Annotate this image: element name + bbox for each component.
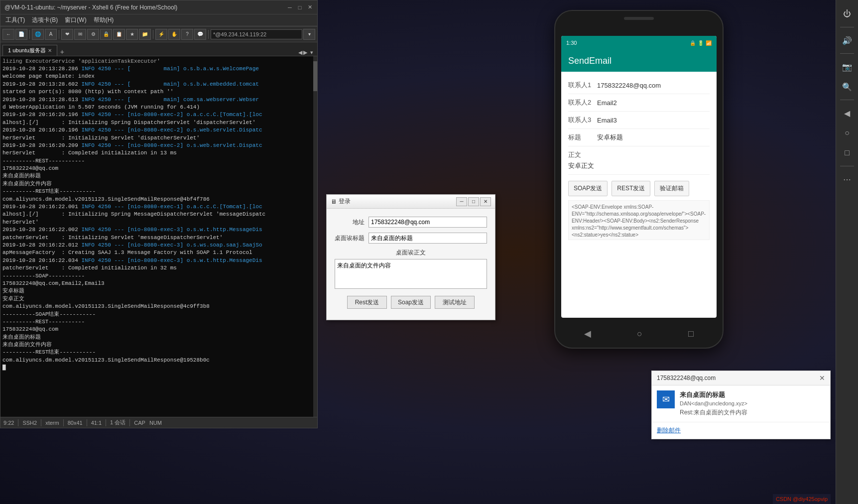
android-phone-body: 1:30 🔒 🔋 📶 SendEmail 联系人1 1758322248@qq.… [554, 10, 724, 349]
toolbar-btn-8[interactable]: 🔒 [100, 29, 112, 40]
sidebar-search-icon[interactable]: 🔍 [838, 78, 856, 96]
phone-nav-home[interactable]: ○ [637, 329, 642, 339]
dialog-close-btn[interactable]: ✕ [480, 197, 491, 206]
terminal-scrollbar-thumb[interactable] [313, 61, 317, 91]
dialog-rest-btn[interactable]: Rest发送 [347, 296, 387, 309]
status-num: NUM [149, 420, 162, 426]
tab-add-button[interactable]: + [58, 48, 66, 56]
toolbar-btn-dropdown[interactable]: ▾ [303, 29, 315, 40]
terminal-line-rest-start: ----------REST----------- [2, 157, 315, 165]
sidebar-more-icon[interactable]: ⋯ [838, 170, 856, 188]
terminal-scrollbar[interactable] [313, 56, 317, 417]
android-phone-screen: 1:30 🔒 🔋 📶 SendEmail 联系人1 1758322248@qq.… [561, 36, 717, 318]
phone-contact2-value: Email2 [597, 99, 710, 107]
toolbar-sep-2 [59, 30, 59, 39]
dialog-content-textarea[interactable]: 来自桌面的文件内容 [335, 259, 487, 289]
toolbar-btn-3[interactable]: 🌐 [32, 29, 44, 40]
terminal-line-9: 2019-10-28 20:16:20.196 INFO 4250 --- [n… [2, 126, 315, 134]
toolbar-btn-1[interactable]: ← [2, 29, 14, 40]
dialog-soap-btn[interactable]: Soap发送 [391, 296, 431, 309]
phone-verify-btn[interactable]: 验证邮箱 [654, 181, 689, 196]
phone-soap-btn[interactable]: SOAP发送 [568, 181, 608, 196]
phone-nav-recent[interactable]: □ [688, 329, 694, 339]
status-sessions: 1 会话 [110, 419, 125, 426]
sidebar-back-icon[interactable]: ◀ [838, 104, 856, 122]
toolbar-btn-13[interactable]: ✋ [168, 29, 180, 40]
menu-window[interactable]: 窗口(W) [62, 15, 89, 25]
dialog-address-row: 地址 [335, 217, 487, 228]
notif-close-btn[interactable]: ✕ [819, 374, 825, 382]
toolbar-btn-2[interactable]: 📄 [15, 29, 27, 40]
tab-nav-right[interactable]: ▶ [303, 49, 307, 56]
sidebar-power-icon[interactable]: ⏻ [838, 5, 856, 23]
toolbar-btn-9[interactable]: 📋 [113, 29, 125, 40]
phone-nav-back[interactable]: ◀ [584, 328, 591, 339]
xshell-statusbar: 9:22 SSH2 xterm 80x41 41:1 1 会话 CAP NUM [0, 417, 317, 428]
terminal-area[interactable]: lizing ExecutorService 'applicationTaskE… [0, 56, 317, 417]
dialog-test-btn[interactable]: 测试地址 [435, 296, 475, 309]
menu-tools[interactable]: 工具(T) [2, 15, 28, 25]
xshell-tab-active[interactable]: 1 ubuntu服务器 ✕ [2, 45, 57, 56]
email-notification: 1758322248@qq.com ✕ ✉ 来自桌面的标题 DAN<dan@un… [651, 371, 831, 439]
phone-body-value: 安卓正文 [568, 160, 710, 175]
dialog-controls[interactable]: ─ □ ✕ [456, 197, 491, 206]
tab-nav-left[interactable]: ◀ [298, 49, 302, 56]
xshell-menubar: 工具(T) 选项卡(B) 窗口(W) 帮助(H) [0, 14, 317, 26]
login-dialog: 🖥 登录 ─ □ ✕ 地址 桌面诶标题 桌面诶正文 来自桌面的文件内容 Rest… [326, 194, 495, 320]
terminal-line-20: 2019-10-28 20:16:22.034 INFO 4250 --- [n… [2, 257, 315, 264]
terminal-line-rest-start2: ----------REST----------- [2, 318, 315, 326]
toolbar-btn-14[interactable]: ? [181, 29, 193, 40]
minimize-icon[interactable]: ─ [286, 4, 293, 11]
toolbar-btn-12[interactable]: ⚡ [155, 29, 167, 40]
maximize-icon[interactable]: □ [296, 4, 303, 11]
close-icon[interactable]: ✕ [306, 4, 313, 11]
sidebar-home-icon[interactable]: ○ [838, 124, 856, 142]
phone-contact2-label: 联系人2 [568, 98, 593, 107]
status-caps: CAP [134, 420, 145, 426]
terminal-line-4: started on port(s): 8080 (http) with con… [2, 88, 315, 96]
toolbar-btn-5[interactable]: ❤ [61, 29, 73, 40]
dialog-subject-input[interactable] [368, 233, 487, 244]
terminal-line-content2: 来自桌面的文件内容 [2, 341, 315, 349]
menu-tabs[interactable]: 选项卡(B) [29, 15, 61, 25]
toolbar-sep-1 [29, 30, 30, 39]
dialog-maximize-btn[interactable]: □ [468, 197, 479, 206]
phone-app-header: SendEmail [561, 50, 717, 72]
toolbar-btn-10[interactable]: ★ [126, 29, 138, 40]
sidebar-camera-icon[interactable]: 📷 [838, 58, 856, 76]
status-sep-6 [129, 419, 130, 426]
phone-rest-btn[interactable]: REST发送 [612, 181, 650, 196]
toolbar-btn-11[interactable]: 📁 [139, 29, 151, 40]
xshell-titlebar: @VM-0-11-ubuntu: ~/myserver - Xshell 6 (… [0, 0, 317, 14]
tab-menu-icon[interactable]: ▾ [308, 49, 315, 56]
terminal-line-6: d WebserApplication in 5.507 seconds (JV… [2, 104, 315, 111]
toolbar-btn-4[interactable]: A [45, 29, 57, 40]
tab-close-icon[interactable]: ✕ [48, 48, 52, 53]
phone-title-row: 标题 安卓标题 [568, 129, 710, 146]
phone-battery-icon: 🔋 [698, 40, 704, 46]
notif-delete-btn[interactable]: 删除邮件 [657, 426, 681, 435]
phone-app-title: SendEmail [568, 56, 612, 66]
toolbar-btn-6[interactable]: ✉ [74, 29, 86, 40]
toolbar-btn-15[interactable]: 💬 [194, 29, 206, 40]
phone-body-label: 正文 [568, 146, 710, 160]
dialog-address-input[interactable] [368, 217, 487, 228]
xshell-toolbar: ← 📄 🌐 A ❤ ✉ ⚙ 🔒 📋 ★ 📁 ⚡ ✋ ? 💬 ▾ [0, 26, 317, 42]
sidebar-recent-icon[interactable]: □ [838, 144, 856, 162]
toolbar-btn-7[interactable]: ⚙ [87, 29, 99, 40]
status-cols: 80x41 [68, 420, 83, 426]
sidebar-sep-3 [840, 100, 854, 100]
terminal-line-19: apMessageFactory : Creating SAAJ 1.3 Mes… [2, 249, 315, 256]
address-input[interactable] [211, 29, 302, 39]
xshell-window: @VM-0-11-ubuntu: ~/myserver - Xshell 6 (… [0, 0, 318, 428]
notif-content: 来自桌面的标题 DAN<dan@uncledong.xyz> Rest:来自桌面… [680, 390, 825, 417]
terminal-line-11: 2019-10-28 20:16:20.209 INFO 4250 --- [n… [2, 142, 315, 149]
xshell-window-controls[interactable]: ─ □ ✕ [286, 4, 313, 11]
phone-action-btns: SOAP发送 REST发送 验证邮箱 [568, 175, 710, 200]
status-app: xterm [45, 420, 59, 426]
terminal-line-17: patcherServlet : Initializing Servlet 'm… [2, 234, 315, 242]
phone-status-bar: 1:30 🔒 🔋 📶 [561, 36, 717, 50]
menu-help[interactable]: 帮助(H) [91, 15, 117, 25]
sidebar-volume-icon[interactable]: 🔊 [838, 31, 856, 49]
dialog-minimize-btn[interactable]: ─ [456, 197, 467, 206]
